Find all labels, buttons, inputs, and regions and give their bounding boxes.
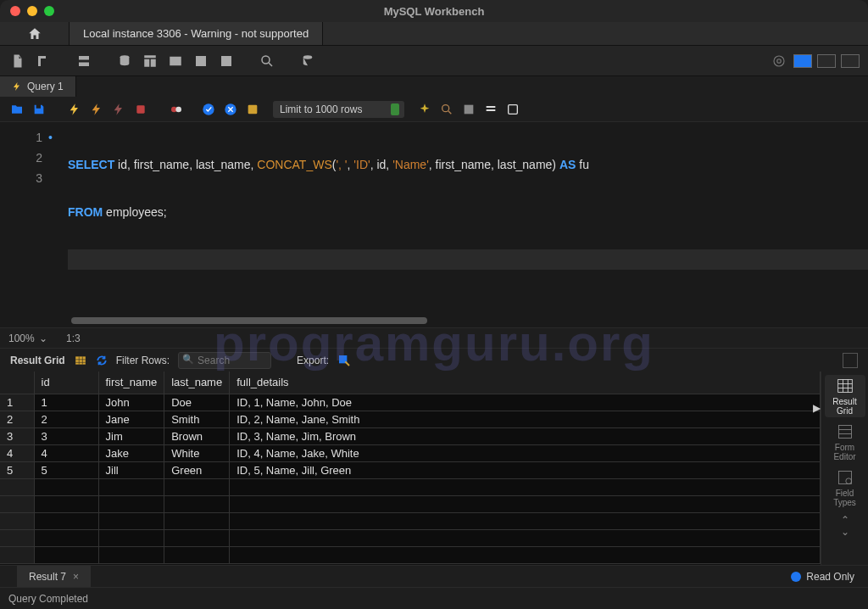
create-schema-icon[interactable] (115, 52, 134, 70)
svg-point-3 (774, 56, 784, 66)
query-tab-label: Query 1 (27, 81, 64, 92)
scroll-side-icon[interactable]: ⌃⌄ (841, 514, 849, 538)
readonly-badge-icon (791, 572, 801, 582)
col-id[interactable]: id (34, 372, 98, 394)
new-sql-file-icon[interactable] (8, 52, 27, 70)
settings-icon[interactable] (770, 52, 788, 70)
zoom-level: 100% (8, 332, 35, 344)
find-icon[interactable] (438, 101, 455, 118)
search-table-data-icon[interactable] (258, 52, 276, 70)
results-area: id first_name last_name full_details 11J… (0, 372, 868, 565)
run-current-icon[interactable] (88, 101, 105, 118)
connection-tab[interactable]: Local instance 3306 - Warning - not supp… (70, 22, 323, 45)
svg-point-11 (442, 104, 449, 111)
save-file-icon[interactable] (31, 101, 47, 118)
results-table: id first_name last_name full_details 11J… (0, 372, 821, 564)
svg-rect-16 (75, 356, 86, 364)
result-grid-button[interactable]: Result Grid (825, 375, 865, 417)
create-function-icon[interactable] (217, 52, 236, 70)
create-table-icon[interactable] (141, 52, 159, 70)
table-row[interactable]: 11JohnDoeID, 1, Name, John, Doe (0, 394, 821, 411)
toggle-safe-mode-icon[interactable] (244, 101, 261, 118)
result-grid-label: Result Grid (10, 355, 65, 366)
titlebar: MySQL Workbench (0, 0, 868, 22)
run-query-icon[interactable] (66, 101, 83, 118)
toggle-autocommit-icon[interactable] (168, 101, 185, 118)
stop-icon[interactable] (132, 101, 149, 118)
svg-rect-18 (837, 380, 852, 393)
grid-view-icon[interactable] (74, 355, 87, 366)
sql-editor-toolbar: Limit to 1000 rows (0, 97, 868, 122)
col-full-details[interactable]: full_details (230, 372, 821, 394)
table-row[interactable]: 44JakeWhiteID, 4, Name, Jake, White (0, 444, 821, 461)
filter-label: Filter Rows: (116, 355, 170, 366)
svg-rect-10 (248, 104, 258, 114)
word-wrap-icon[interactable] (482, 101, 499, 118)
line-gutter: 123 (0, 122, 51, 327)
editor-status-bar: 100% ⌄ 1:3 (0, 327, 868, 348)
snippets-icon[interactable] (504, 101, 521, 118)
export-icon[interactable] (337, 354, 351, 367)
svg-point-2 (303, 55, 313, 59)
svg-rect-19 (838, 426, 851, 439)
read-only-indicator: Read Only (791, 571, 868, 583)
results-table-wrap[interactable]: id first_name last_name full_details 11J… (0, 372, 821, 565)
result-tab[interactable]: Result 7 × (17, 566, 91, 587)
table-row[interactable]: 55JillGreenID, 5, Name, Jill, Green (0, 461, 821, 478)
svg-point-1 (262, 56, 270, 64)
svg-rect-5 (136, 105, 144, 113)
zoom-dropdown-icon[interactable]: ⌄ (37, 332, 49, 344)
form-editor-button[interactable]: Form Editor (825, 421, 865, 463)
results-toolbar: Result Grid Filter Rows: Export: (0, 348, 868, 372)
collapse-arrow-icon[interactable]: ▶ (813, 402, 821, 414)
new-sql-tab-icon[interactable] (34, 52, 53, 70)
query-tab-1[interactable]: Query 1 (0, 76, 76, 97)
cursor-position: 1:3 (66, 332, 81, 344)
create-procedure-icon[interactable] (192, 52, 210, 70)
toggle-right-panel[interactable] (841, 54, 860, 68)
status-text: Query Completed (8, 593, 88, 605)
lightning-icon (12, 81, 22, 92)
window-title: MySQL Workbench (0, 5, 868, 18)
toggle-left-panel[interactable] (793, 54, 812, 68)
wrap-cell-icon[interactable] (843, 353, 858, 368)
svg-rect-13 (487, 106, 496, 108)
create-view-icon[interactable] (166, 52, 185, 70)
rollback-icon[interactable] (222, 101, 239, 118)
explain-query-icon[interactable] (110, 101, 127, 118)
col-last-name[interactable]: last_name (164, 372, 230, 394)
filter-input[interactable] (178, 352, 271, 369)
horizontal-scrollbar[interactable] (71, 317, 427, 324)
sql-editor[interactable]: 123 SELECT id, first_name, last_name, CO… (0, 122, 868, 327)
svg-point-7 (175, 106, 181, 112)
reconnect-icon[interactable] (298, 52, 317, 70)
svg-point-21 (845, 478, 851, 484)
invisible-chars-icon[interactable] (460, 101, 477, 118)
home-tab[interactable] (0, 22, 70, 45)
row-limit-dropdown[interactable]: Limit to 1000 rows (273, 101, 404, 118)
svg-rect-12 (465, 104, 474, 114)
col-first-name[interactable]: first_name (98, 372, 164, 394)
connection-tabs: Local instance 3306 - Warning - not supp… (0, 22, 868, 46)
svg-rect-14 (487, 109, 496, 111)
status-bar: Query Completed (0, 587, 868, 609)
svg-rect-20 (838, 472, 851, 484)
export-label: Export: (297, 355, 329, 366)
server-status-icon[interactable] (75, 52, 93, 70)
beautify-icon[interactable] (416, 101, 433, 118)
field-types-button[interactable]: Field Types (825, 467, 865, 509)
svg-point-4 (777, 59, 782, 63)
table-row[interactable]: 33JimBrownID, 3, Name, Jim, Brown (0, 427, 821, 444)
close-result-tab-icon[interactable]: × (73, 571, 79, 583)
code-area[interactable]: SELECT id, first_name, last_name, CONCAT… (51, 122, 868, 327)
home-icon (27, 26, 42, 42)
open-file-icon[interactable] (8, 101, 25, 118)
table-row[interactable]: 22JaneSmithID, 2, Name, Jane, Smith (0, 411, 821, 427)
svg-point-8 (203, 103, 214, 115)
main-toolbar (0, 46, 868, 76)
results-side-panel: ▶ Result Grid Form Editor Field Types ⌃⌄ (821, 372, 868, 565)
toggle-bottom-panel[interactable] (817, 54, 836, 68)
result-tab-strip: Result 7 × Read Only (0, 565, 868, 587)
refresh-icon[interactable] (96, 355, 108, 366)
commit-icon[interactable] (200, 101, 217, 118)
